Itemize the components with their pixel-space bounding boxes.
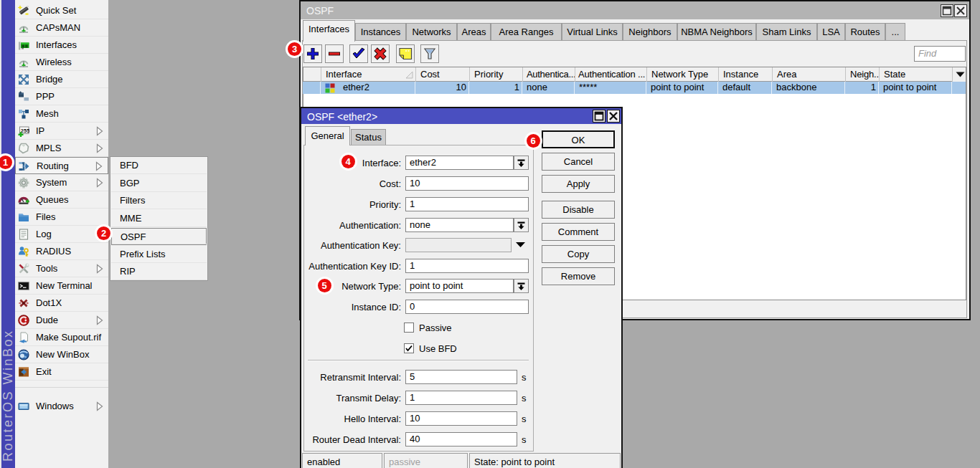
svg-text:255: 255	[21, 128, 29, 134]
